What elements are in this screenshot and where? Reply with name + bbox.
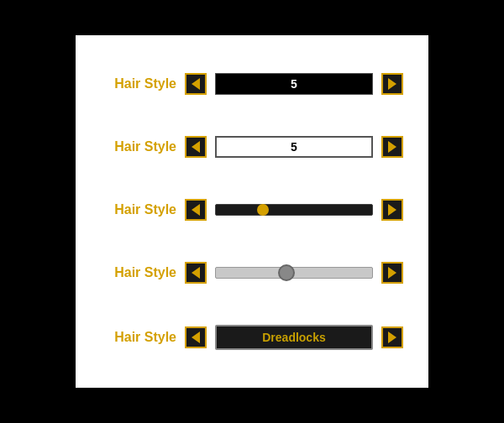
label-hairstyle-5: Hair Style xyxy=(101,330,176,345)
arrow-left-icon-4 xyxy=(192,267,200,279)
label-hairstyle-1: Hair Style xyxy=(101,76,176,91)
prev-btn-5[interactable] xyxy=(185,326,207,348)
next-btn-5[interactable] xyxy=(381,326,403,348)
slider-track-4[interactable] xyxy=(215,267,373,279)
value-display-2: 5 xyxy=(215,136,373,158)
next-btn-4[interactable] xyxy=(381,262,403,284)
row-hairstyle-2: Hair Style 5 xyxy=(101,136,403,158)
value-display-5: Dreadlocks xyxy=(215,325,373,350)
arrow-right-icon-5 xyxy=(388,332,396,343)
prev-btn-3[interactable] xyxy=(185,199,207,221)
row-hairstyle-5: Hair Style Dreadlocks xyxy=(101,325,403,350)
slider-thumb-3[interactable] xyxy=(257,204,269,216)
arrow-right-icon-2 xyxy=(388,141,396,153)
slider-thumb-4[interactable] xyxy=(278,264,295,281)
arrow-left-icon-1 xyxy=(192,78,200,90)
row-hairstyle-4: Hair Style xyxy=(101,262,403,284)
next-btn-2[interactable] xyxy=(381,136,403,158)
label-hairstyle-3: Hair Style xyxy=(101,202,176,217)
main-container: Hair Style 5 Hair Style 5 Hair Style xyxy=(76,35,428,388)
label-hairstyle-2: Hair Style xyxy=(101,139,176,154)
arrow-right-icon-1 xyxy=(388,78,396,90)
arrow-right-icon-4 xyxy=(388,267,396,279)
next-btn-1[interactable] xyxy=(381,73,403,95)
arrow-right-icon-3 xyxy=(388,204,396,216)
row-hairstyle-3: Hair Style xyxy=(101,199,403,221)
slider-track-3[interactable] xyxy=(215,204,373,216)
value-display-1: 5 xyxy=(215,73,373,95)
arrow-left-icon-3 xyxy=(192,204,200,216)
prev-btn-1[interactable] xyxy=(185,73,207,95)
arrow-left-icon-2 xyxy=(192,141,200,153)
prev-btn-4[interactable] xyxy=(185,262,207,284)
row-hairstyle-1: Hair Style 5 xyxy=(101,73,403,95)
arrow-left-icon-5 xyxy=(192,332,200,343)
label-hairstyle-4: Hair Style xyxy=(101,265,176,280)
prev-btn-2[interactable] xyxy=(185,136,207,158)
next-btn-3[interactable] xyxy=(381,199,403,221)
